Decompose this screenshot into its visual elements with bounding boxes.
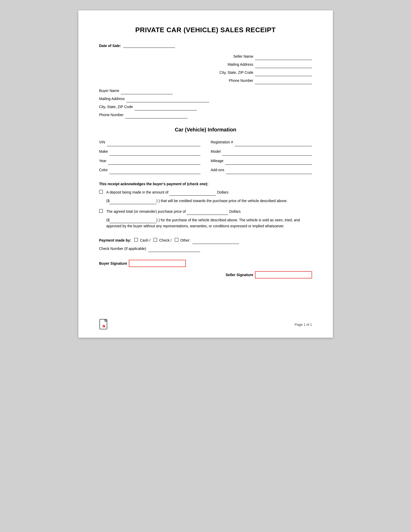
vin-col: VIN: [99, 138, 200, 146]
buyer-address-row: Mailing Address: [99, 95, 312, 102]
seller-name-label: Seller Name: [233, 53, 253, 60]
other-field[interactable]: [192, 237, 239, 244]
option1-dollars-suffix: Dollars: [217, 190, 228, 194]
option2-dollar-field[interactable]: [110, 217, 156, 223]
option1-amount-field[interactable]: [169, 189, 216, 196]
color-label: Color: [99, 166, 108, 174]
check-number-label: Check Number (If applicable): [99, 247, 146, 251]
date-of-sale-label: Date of Sale:: [99, 44, 121, 48]
vin-registration-row: VIN Registration #: [99, 138, 312, 146]
buyer-phone-field[interactable]: [125, 111, 187, 118]
buyer-signature-label: Buyer Signature: [99, 261, 127, 265]
buyer-city-label: City, State, ZIP Code: [99, 103, 133, 110]
option2-dollars-suffix: Dollars: [229, 209, 241, 214]
payment-header: This receipt acknowledges the buyer's pa…: [99, 182, 312, 186]
option-2-text: The agreed total (or remainder) purchase…: [106, 208, 312, 215]
seller-signature-label: Seller Signature: [226, 273, 253, 277]
other-label: Other:: [180, 238, 191, 242]
cash-label: Cash /: [140, 238, 150, 242]
option2-paragraph: ($ ) ) for the purchase of the vehicle d…: [106, 217, 312, 230]
buyer-mailing-label: Mailing Address: [99, 95, 125, 102]
check-number-field[interactable]: [148, 245, 200, 252]
buyer-phone-row: Phone Number: [99, 111, 312, 118]
buyer-city-field[interactable]: [134, 103, 197, 110]
seller-phone-label: Phone Number: [229, 77, 253, 84]
year-col: Year: [99, 157, 200, 165]
mileage-field[interactable]: [225, 157, 312, 165]
model-col: Model: [211, 147, 312, 156]
registration-col: Registration #: [211, 138, 312, 146]
buyer-signature-row: Buyer Signature: [99, 260, 312, 267]
seller-signature-row: Seller Signature: [99, 271, 312, 278]
seller-phone-field[interactable]: [255, 77, 312, 84]
year-mileage-row: Year Mileage: [99, 157, 312, 165]
vin-field[interactable]: [107, 138, 200, 146]
mileage-col: Mileage: [211, 157, 312, 165]
model-label: Model: [211, 148, 221, 156]
document-icon: e: [99, 319, 109, 330]
seller-section: Seller Name Mailing Address City, State,…: [99, 52, 312, 84]
registration-label: Registration #: [211, 138, 233, 146]
buyer-signature-field[interactable]: [129, 260, 186, 267]
svg-text:e: e: [103, 325, 104, 328]
buyer-section: Buyer Name Mailing Address City, State, …: [99, 87, 312, 118]
buyer-address-field[interactable]: [126, 95, 209, 102]
addons-col: Add-ons: [211, 166, 312, 174]
color-field[interactable]: [109, 166, 200, 174]
seller-name-row: Seller Name: [99, 52, 312, 60]
vin-label: VIN: [99, 138, 105, 146]
payment-made-by-section: Payment made by: Cash / Check / Other: C…: [99, 237, 312, 252]
year-field[interactable]: [108, 157, 200, 165]
mileage-label: Mileage: [211, 157, 224, 165]
buyer-city-row: City, State, ZIP Code: [99, 103, 312, 110]
seller-phone-row: Phone Number: [99, 77, 312, 84]
option2-amount-field[interactable]: [187, 208, 228, 215]
option1-dollar-field[interactable]: [110, 198, 156, 204]
payment-made-label: Payment made by:: [99, 238, 131, 242]
seller-city-row: City, State, ZIP Code: [99, 69, 312, 76]
date-of-sale-row: Date of Sale:: [99, 43, 312, 48]
option-1-text: A deposit being made in the amount of Do…: [106, 189, 312, 196]
check-number-row: Check Number (If applicable): [99, 245, 312, 252]
footer: e Page 1 of 1: [99, 319, 312, 330]
buyer-name-row: Buyer Name: [99, 87, 312, 94]
make-model-row: Make Model: [99, 147, 312, 156]
payment-made-by-row: Payment made by: Cash / Check / Other:: [99, 237, 312, 244]
payment-option-2: The agreed total (or remainder) purchase…: [99, 208, 312, 215]
signature-section: Buyer Signature Seller Signature: [99, 260, 312, 278]
footer-page-label: Page 1 of 1: [295, 323, 312, 327]
seller-signature-field[interactable]: [255, 271, 312, 278]
check-label: Check /: [159, 238, 171, 242]
color-col: Color: [99, 166, 200, 174]
option1-paragraph: ($ ) ) that will be credited towards the…: [106, 198, 312, 204]
seller-city-label: City, State, ZIP Code: [219, 69, 253, 76]
seller-city-field[interactable]: [255, 69, 312, 76]
document-title: PRIVATE CAR (VEHICLE) SALES RECEIPT: [99, 26, 312, 34]
seller-address-row: Mailing Address: [99, 61, 312, 68]
checkbox-option-2[interactable]: [99, 209, 103, 213]
checkbox-check[interactable]: [153, 238, 157, 242]
vehicle-info-section: VIN Registration # Make Model Year: [99, 138, 312, 174]
checkbox-option-1[interactable]: [99, 190, 103, 194]
color-addons-row: Color Add-ons: [99, 166, 312, 174]
checkbox-cash[interactable]: [134, 238, 138, 242]
date-of-sale-field[interactable]: [123, 43, 175, 48]
make-field[interactable]: [110, 147, 200, 156]
buyer-name-label: Buyer Name: [99, 87, 119, 94]
checkbox-other[interactable]: [175, 238, 178, 242]
seller-name-field[interactable]: [255, 52, 312, 60]
year-label: Year: [99, 157, 106, 165]
payment-option-1: A deposit being made in the amount of Do…: [99, 189, 312, 196]
registration-field[interactable]: [235, 138, 312, 146]
payment-section: This receipt acknowledges the buyer's pa…: [99, 182, 312, 252]
addons-field[interactable]: [226, 166, 312, 174]
make-label: Make: [99, 148, 108, 156]
seller-mailing-label: Mailing Address: [228, 61, 253, 68]
vehicle-section-title: Car (Vehicle) Information: [99, 127, 312, 133]
model-field[interactable]: [222, 147, 312, 156]
seller-address-field[interactable]: [255, 61, 312, 68]
buyer-phone-label: Phone Number: [99, 111, 124, 118]
addons-label: Add-ons: [211, 166, 224, 174]
buyer-name-field[interactable]: [121, 87, 173, 94]
document-page: PRIVATE CAR (VEHICLE) SALES RECEIPT Date…: [78, 10, 333, 338]
